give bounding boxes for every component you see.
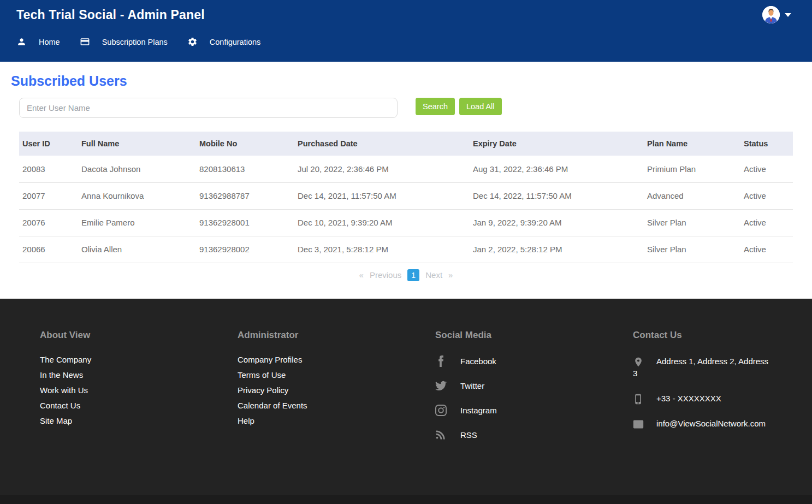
footer-link-work-with-us[interactable]: Work with Us (40, 386, 238, 394)
social-link-rss[interactable]: RSS (435, 429, 633, 441)
instagram-icon (435, 405, 447, 416)
cell-user-id: 20066 (19, 236, 78, 263)
cell-plan-name: Silver Plan (644, 236, 740, 263)
chevron-down-icon[interactable] (785, 13, 791, 17)
social-link-instagram[interactable]: Instagram (435, 405, 633, 416)
cell-expiry-date: Jan 2, 2022, 5:28:12 PM (470, 236, 644, 263)
table-row: 20076 Emilie Pamero 91362928001 Dec 10, … (19, 209, 793, 236)
footer-link-calendar-of-events[interactable]: Calendar of Events (238, 401, 435, 410)
social-label: Twitter (460, 381, 484, 390)
contact-phone: +33 - XXXXXXXX (633, 393, 769, 405)
cell-full-name: Dacota Johnson (78, 156, 196, 182)
cell-user-id: 20077 (19, 182, 78, 209)
pagination-last[interactable]: » (448, 270, 453, 280)
app-header: Tech Trial Social - Admin Panel Ho (0, 0, 812, 62)
cell-status: Active (740, 156, 793, 182)
nav-label: Home (39, 38, 60, 46)
avatar[interactable] (762, 6, 780, 23)
location-icon (633, 357, 644, 367)
pagination-first[interactable]: « (359, 270, 364, 280)
cell-purchased-date: Dec 3, 2021, 5:28:12 PM (294, 236, 470, 263)
cell-expiry-date: Jan 9, 2022, 9:39:20 AM (470, 209, 644, 236)
footer-col-administrator: Administrator Company Profiles Terms of … (238, 330, 435, 454)
user-menu[interactable] (762, 6, 791, 23)
footer-col-about: About View The Company In the News Work … (40, 330, 238, 454)
pagination-previous[interactable]: Previous (370, 270, 401, 280)
footer-link-privacy-policy[interactable]: Privacy Policy (238, 386, 435, 394)
cell-status: Active (740, 209, 793, 236)
col-expiry-date: Expiry Date (470, 132, 644, 156)
cell-purchased-date: Dec 14, 2021, 11:57:50 AM (294, 182, 470, 209)
table-row: 20077 Anna Kournikova 91362988787 Dec 14… (19, 182, 793, 209)
footer-link-contact-us[interactable]: Contact Us (40, 401, 238, 410)
gear-icon (187, 37, 198, 47)
col-full-name: Full Name (78, 132, 196, 156)
cell-mobile-no: 91362928001 (196, 209, 294, 236)
credit-card-icon (80, 37, 90, 47)
col-user-id: User ID (19, 132, 78, 156)
email-icon (633, 419, 644, 430)
cell-plan-name: Primium Plan (644, 156, 740, 182)
table-row: 20083 Dacota Johnson 8208130613 Jul 20, … (19, 156, 793, 182)
footer-link-site-map[interactable]: Site Map (40, 417, 238, 425)
cell-mobile-no: 8208130613 (196, 156, 294, 182)
table-header-row: User ID Full Name Mobile No Purchased Da… (19, 132, 793, 156)
social-label: RSS (460, 430, 477, 440)
col-purchased-date: Purchased Date (294, 132, 470, 156)
nav-label: Configurations (210, 38, 261, 46)
nav-label: Subscription Plans (102, 38, 168, 46)
search-input[interactable] (19, 98, 398, 118)
table-row: 20066 Olivia Allen 91362928002 Dec 3, 20… (19, 236, 793, 263)
social-link-facebook[interactable]: Facebook (435, 355, 633, 367)
cell-full-name: Olivia Allen (78, 236, 196, 263)
cell-expiry-date: Aug 31, 2022, 2:36:46 PM (470, 156, 644, 182)
horizontal-scrollbar[interactable] (0, 495, 812, 504)
col-plan-name: Plan Name (644, 132, 740, 156)
load-all-button[interactable]: Load All (459, 98, 502, 115)
cell-status: Active (740, 236, 793, 263)
cell-expiry-date: Dec 14, 2022, 11:57:50 AM (470, 182, 644, 209)
footer-link-company-profiles[interactable]: Company Profiles (238, 355, 435, 364)
nav-item-configurations[interactable]: Configurations (187, 37, 261, 47)
rss-icon (435, 429, 447, 441)
pagination: « Previous 1 Next » (0, 269, 812, 281)
footer-heading-social: Social Media (435, 330, 633, 341)
contact-email: info@ViewSocialNetwork.com (633, 418, 769, 430)
twitter-icon (435, 380, 447, 392)
nav-item-subscription-plans[interactable]: Subscription Plans (80, 37, 168, 47)
cell-mobile-no: 91362928002 (196, 236, 294, 263)
footer-link-in-the-news[interactable]: In the News (40, 371, 238, 379)
pagination-next[interactable]: Next (425, 270, 442, 280)
cell-plan-name: Silver Plan (644, 209, 740, 236)
footer-heading-administrator: Administrator (238, 330, 435, 341)
footer-link-help[interactable]: Help (238, 417, 435, 425)
nav-item-home[interactable]: Home (16, 37, 60, 47)
page-title: Subscribed Users (11, 73, 812, 89)
footer-col-contact: Contact Us Address 1, Address 2, Address… (633, 330, 769, 454)
main-content: Subscribed Users Search Load All User ID… (0, 62, 812, 299)
facebook-icon (435, 355, 447, 367)
subscribed-users-table: User ID Full Name Mobile No Purchased Da… (19, 132, 793, 263)
page-footer: About View The Company In the News Work … (0, 299, 812, 504)
cell-user-id: 20076 (19, 209, 78, 236)
cell-plan-name: Advanced (644, 182, 740, 209)
cell-full-name: Anna Kournikova (78, 182, 196, 209)
cell-user-id: 20083 (19, 156, 78, 182)
social-label: Instagram (460, 406, 497, 415)
search-button[interactable]: Search (416, 98, 455, 115)
footer-link-terms-of-use[interactable]: Terms of Use (238, 371, 435, 379)
contact-phone-text: +33 - XXXXXXXX (656, 394, 721, 403)
cell-purchased-date: Dec 10, 2021, 9:39:20 AM (294, 209, 470, 236)
footer-col-social: Social Media Facebook Twitter (435, 330, 633, 454)
footer-link-the-company[interactable]: The Company (40, 355, 238, 364)
contact-address-text: Address 1, Address 2, Address 3 (633, 357, 768, 378)
footer-heading-contact: Contact Us (633, 330, 769, 341)
search-row: Search Load All (19, 98, 793, 118)
cell-full-name: Emilie Pamero (78, 209, 196, 236)
col-mobile-no: Mobile No (196, 132, 294, 156)
contact-email-text: info@ViewSocialNetwork.com (656, 419, 766, 428)
pagination-page-1[interactable]: 1 (407, 269, 419, 281)
footer-heading-about: About View (40, 330, 238, 341)
social-link-twitter[interactable]: Twitter (435, 380, 633, 392)
social-label: Facebook (460, 357, 496, 366)
